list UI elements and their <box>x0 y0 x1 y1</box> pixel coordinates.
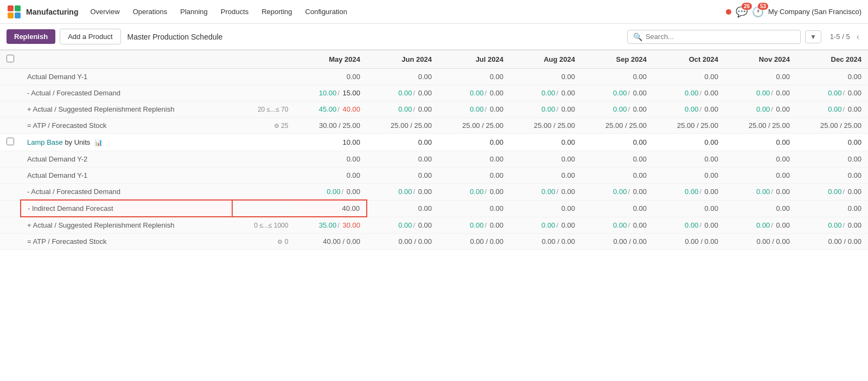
messages-count: 26 <box>742 3 752 10</box>
cell-jul: 0.00 <box>438 69 510 85</box>
cell-oct: 25.00 / 25.00 <box>653 118 725 134</box>
search-dropdown-button[interactable]: ▼ <box>805 30 821 43</box>
cell-may: 45.00/ 40.00 <box>295 101 367 118</box>
cell-jul: 0.00 <box>438 151 510 167</box>
messages-badge[interactable]: 💬 26 <box>736 6 748 18</box>
svg-rect-0 <box>8 5 14 11</box>
table-row: Actual Demand Y-1 0.00 0.00 0.00 0.00 0.… <box>0 167 868 184</box>
cell-may: 30.00 / 25.00 <box>295 118 367 134</box>
row-range <box>232 69 295 85</box>
table-row: Actual Demand Y-1 0.00 0.00 0.00 0.00 0.… <box>0 69 868 85</box>
product-name-cell: Lamp Base by Units 📊 <box>21 134 232 151</box>
cell-jun: 0.00 <box>367 167 438 184</box>
nav-operations[interactable]: Operations <box>127 5 173 18</box>
row-label: = ATP / Forecasted Stock <box>21 118 232 134</box>
cell-sep: 0.00/ 0.00 <box>582 85 653 101</box>
cell-nov: 0.00/ 0.00 <box>725 184 796 201</box>
cell-oct: 0.00/ 0.00 <box>653 101 725 118</box>
app-name: Manufacturing <box>26 8 78 16</box>
product-checkbox[interactable] <box>7 138 14 145</box>
chart-icon[interactable]: 📊 <box>94 139 103 146</box>
table-row: Actual Demand Y-2 0.00 0.00 0.00 0.00 0.… <box>0 151 868 167</box>
row-label: - Actual / Forecasted Demand <box>21 184 232 201</box>
status-indicator <box>726 9 731 15</box>
replenish-button[interactable]: Replenish <box>7 29 55 44</box>
company-name[interactable]: My Company (San Francisco) <box>768 8 861 16</box>
cell-aug: 0.00/ 0.00 <box>510 85 582 101</box>
row-checkbox-cell <box>0 85 21 101</box>
select-all-checkbox[interactable] <box>7 55 14 62</box>
cell-may: 0.00/ 0.00 <box>295 184 367 201</box>
cell-nov: 0.00/ 0.00 <box>725 101 796 118</box>
cell-dec: 0.00 <box>796 167 868 184</box>
row-checkbox-cell <box>0 184 21 201</box>
search-box: 🔍 <box>627 30 801 44</box>
nav-products[interactable]: Products <box>215 5 254 18</box>
activity-badge[interactable]: 🕐 53 <box>752 6 764 18</box>
indirect-demand-row: - Indirect Demand Forecast 40.00 0.00 0.… <box>0 200 868 217</box>
cell-oct: 0.00 / 0.00 <box>653 234 725 250</box>
cell-jun: 0.00/ 0.00 <box>367 217 438 234</box>
row-checkbox-cell <box>0 151 21 167</box>
product-range-cell <box>232 134 295 151</box>
table-row: = ATP / Forecasted Stock ⚙ 25 30.00 / 25… <box>0 118 868 134</box>
cell-aug: 0.00/ 0.00 <box>510 217 582 234</box>
atp-icon: ⚙ <box>277 238 283 245</box>
cell-nov: 0.00/ 0.00 <box>725 217 796 234</box>
cell-sep: 25.00 / 25.00 <box>582 118 653 134</box>
nav-overview[interactable]: Overview <box>85 5 125 18</box>
product-header-row: Lamp Base by Units 📊 10.00 0.00 0.00 0.0… <box>0 134 868 151</box>
cell-may-highlighted: 40.00 <box>295 200 367 217</box>
cell-jun: 25.00 / 25.00 <box>367 118 438 134</box>
cell-sep: 0.00 <box>582 200 653 217</box>
search-input[interactable] <box>646 33 795 41</box>
cell-jul: 0.00/ 0.00 <box>438 101 510 118</box>
row-label: + Actual / Suggested Replenishment Reple… <box>21 101 232 118</box>
row-checkbox-cell <box>0 101 21 118</box>
pagination-prev-button[interactable]: ‹ <box>854 32 861 42</box>
cell-dec: 0.00/ 0.00 <box>796 217 868 234</box>
row-label: Actual Demand Y-1 <box>21 167 232 184</box>
col-description <box>21 50 232 69</box>
row-label: + Actual / Suggested Replenishment Reple… <box>21 217 232 234</box>
cell-aug: 0.00 <box>510 167 582 184</box>
activity-count: 53 <box>758 3 768 10</box>
svg-rect-2 <box>8 12 14 18</box>
cell-jul: 0.00 <box>438 167 510 184</box>
add-product-button[interactable]: Add a Product <box>60 29 120 44</box>
production-schedule-table: May 2024 Jun 2024 Jul 2024 Aug 2024 Sep … <box>0 50 868 250</box>
cell-dec: 0.00 <box>796 134 868 151</box>
row-checkbox-cell <box>0 217 21 234</box>
cell-aug: 0.00 <box>510 134 582 151</box>
actual-val: 10.00 <box>319 89 337 97</box>
cell-oct: 0.00/ 0.00 <box>653 217 725 234</box>
forecast-val: 15.00 <box>341 89 360 97</box>
cell-may: 35.00/ 30.00 <box>295 217 367 234</box>
product-link[interactable]: Lamp Base <box>27 138 63 146</box>
cell-aug: 0.00 <box>510 200 582 217</box>
cell-oct: 0.00/ 0.00 <box>653 184 725 201</box>
col-may-2024: May 2024 <box>295 50 367 69</box>
cell-jul: 0.00 <box>438 134 510 151</box>
col-jun-2024: Jun 2024 <box>367 50 438 69</box>
row-checkbox-cell <box>0 167 21 184</box>
cell-jun: 0.00 <box>367 134 438 151</box>
col-checkbox <box>0 50 21 69</box>
cell-jun: 0.00/ 0.00 <box>367 184 438 201</box>
cell-may: 0.00 <box>295 69 367 85</box>
table-row: + Actual / Suggested Replenishment Reple… <box>0 101 868 118</box>
pagination-info: 1-5 / 5 <box>830 33 850 41</box>
nav-planning[interactable]: Planning <box>175 5 213 18</box>
row-label: - Actual / Forecasted Demand <box>21 85 232 101</box>
row-label: Actual Demand Y-2 <box>21 151 232 167</box>
col-range <box>232 50 295 69</box>
table-row: - Actual / Forecasted Demand 10.00/ 15.0… <box>0 85 868 101</box>
cell-nov: 0.00 <box>725 151 796 167</box>
nav-reporting[interactable]: Reporting <box>256 5 297 18</box>
col-dec-2024: Dec 2024 <box>796 50 868 69</box>
nav-configuration[interactable]: Configuration <box>300 5 353 18</box>
cell-jul: 0.00 <box>438 200 510 217</box>
cell-may: 10.00/ 15.00 <box>295 85 367 101</box>
col-jul-2024: Jul 2024 <box>438 50 510 69</box>
row-label: Actual Demand Y-1 <box>21 69 232 85</box>
